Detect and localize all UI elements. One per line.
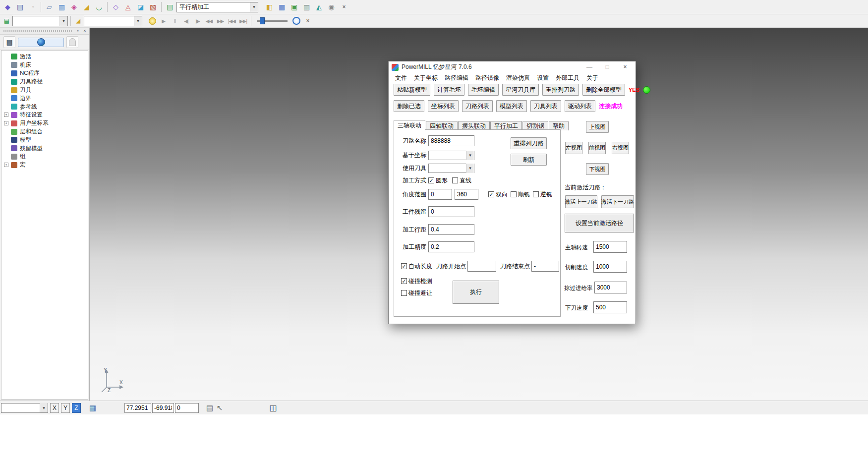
climb-option[interactable]: 顺铣: [511, 190, 530, 199]
tree-item-levels-sets[interactable]: 层和组合: [4, 127, 88, 136]
coord-y-input[interactable]: [152, 403, 174, 413]
expand-plus-icon[interactable]: +: [4, 163, 8, 167]
stock-edit-button[interactable]: 毛坯编辑: [468, 84, 499, 96]
chevron-down-icon[interactable]: ▾: [466, 151, 474, 160]
menu-item-render-sim[interactable]: 渲染仿真: [503, 74, 533, 82]
collision-avoid-option[interactable]: 碰撞避让: [401, 289, 432, 297]
y-axis-button[interactable]: Y: [61, 403, 70, 413]
collision-avoid-checkbox[interactable]: [401, 290, 407, 296]
angle-start-input[interactable]: [428, 189, 452, 200]
menu-item-coords[interactable]: 关于坐标: [410, 74, 441, 82]
x-axis-button[interactable]: X: [50, 403, 59, 413]
coord-list-button[interactable]: 坐标列表: [428, 100, 459, 112]
tree-item-toolpaths[interactable]: 刀具路径: [4, 77, 88, 86]
tool-icon[interactable]: ◢: [73, 16, 83, 26]
reorder-button[interactable]: 重排列刀路: [511, 137, 547, 149]
pause-icon[interactable]: ‖: [170, 16, 180, 26]
angle-end-input[interactable]: [455, 189, 478, 200]
auto-length-option[interactable]: 自动长度: [401, 262, 432, 271]
levels-icon[interactable]: ▤: [2, 16, 11, 26]
boundary-icon[interactable]: ◡: [93, 1, 105, 12]
rewind-icon[interactable]: ◀◀: [204, 16, 214, 26]
drive-list-button[interactable]: 驱动列表: [565, 100, 595, 112]
view-top-button[interactable]: 上视图: [586, 121, 609, 133]
workplane-icon[interactable]: ◪: [135, 1, 146, 12]
go-start-icon[interactable]: |◀◀: [227, 16, 237, 26]
start-point-input[interactable]: [467, 261, 496, 272]
panes-icon[interactable]: ◫: [268, 403, 278, 413]
end-point-input[interactable]: [531, 261, 559, 272]
chevron-down-icon[interactable]: ▾: [40, 403, 48, 412]
simulation-speed-slider[interactable]: [257, 16, 288, 25]
tree-item-tools[interactable]: 刀具: [4, 86, 88, 94]
menu-item-external-tools[interactable]: 外部工具: [552, 74, 583, 82]
step-forward-icon[interactable]: |▶: [192, 16, 203, 26]
tool-list-button[interactable]: 刀具列表: [530, 100, 561, 112]
stock-allowance-input[interactable]: [428, 206, 474, 217]
menu-item-file[interactable]: 文件: [392, 74, 410, 82]
stepover-input[interactable]: [428, 224, 474, 235]
tree-item-active[interactable]: 激活: [4, 53, 88, 61]
chevron-down-icon[interactable]: ▾: [466, 164, 474, 173]
tree-item-stock-models[interactable]: 残留模型: [4, 144, 88, 153]
tolerance-input[interactable]: [428, 241, 474, 252]
panel-float-icon[interactable]: ▫: [75, 28, 81, 34]
powermill-logo-icon[interactable]: ◆: [2, 1, 13, 12]
circle-option[interactable]: 圆形: [428, 176, 448, 185]
execute-button[interactable]: 执行: [453, 281, 499, 304]
go-end-icon[interactable]: ▶▶|: [238, 16, 248, 26]
bidirectional-option[interactable]: 双向: [488, 190, 508, 199]
simulation-icon[interactable]: ▣: [289, 1, 300, 12]
tool-database-icon[interactable]: ◧: [264, 1, 275, 12]
tool-select[interactable]: ▾: [428, 164, 474, 173]
step-back-icon[interactable]: ◀|: [181, 16, 191, 26]
lightbulb-icon[interactable]: [148, 16, 157, 26]
globe-icon[interactable]: [18, 38, 64, 47]
chevron-down-icon[interactable]: ▾: [59, 16, 67, 26]
clock-icon[interactable]: [291, 16, 301, 26]
toolpath-dropdown[interactable]: ▾: [12, 16, 68, 26]
collision-check-option[interactable]: 碰撞检测: [401, 277, 432, 286]
measure-icon[interactable]: ◭: [313, 1, 325, 12]
plunge-feed-input[interactable]: [593, 301, 627, 313]
expand-plus-icon[interactable]: +: [4, 121, 8, 125]
levels-icon[interactable]: ▤: [164, 1, 175, 12]
menu-item-settings[interactable]: 设置: [533, 74, 552, 82]
tree-item-feature-sets[interactable]: +特征设置: [4, 111, 88, 119]
chevron-down-icon[interactable]: ▾: [250, 2, 258, 12]
tool-dropdown[interactable]: ▾: [84, 16, 142, 26]
refresh-button[interactable]: 刷新: [511, 154, 547, 166]
toolbar-close-icon[interactable]: ×: [340, 3, 348, 11]
fast-forward-icon[interactable]: ▶▶: [215, 16, 226, 26]
view-front-button[interactable]: 前视图: [588, 142, 606, 154]
collision-check-checkbox[interactable]: [401, 278, 407, 284]
toolpath-list-button[interactable]: 刀路列表: [462, 100, 493, 112]
statistics-icon[interactable]: ▦: [276, 1, 288, 12]
tree-item-workplanes[interactable]: +用户坐标系: [4, 119, 88, 127]
panel-drag-grip[interactable]: [3, 30, 72, 32]
z-axis-button[interactable]: Z: [72, 403, 81, 413]
auto-length-checkbox[interactable]: [401, 263, 407, 269]
model-list-button[interactable]: 模型列表: [496, 100, 527, 112]
maximize-icon[interactable]: □: [600, 62, 615, 72]
toolpath-icon[interactable]: ◈: [68, 1, 80, 12]
panel-close-icon[interactable]: ×: [82, 28, 88, 34]
dialog-title-bar[interactable]: PowerMILL 忆梦星河 7.0.6 — □ ×: [389, 61, 636, 73]
set-active-path-button[interactable]: 设置当前激活路径: [565, 214, 634, 232]
coord-x-input[interactable]: [124, 403, 151, 413]
tool-icon[interactable]: ◢: [81, 1, 92, 12]
tree-item-groups[interactable]: 组: [4, 153, 88, 161]
cursor-icon[interactable]: ↖: [215, 403, 225, 413]
prev-toolpath-button[interactable]: 激活上一刀路: [565, 195, 597, 208]
chevron-down-icon[interactable]: ▾: [134, 16, 142, 26]
climb-checkbox[interactable]: [511, 191, 517, 197]
circle-checkbox[interactable]: [428, 177, 434, 183]
next-toolpath-button[interactable]: 激活下一刀路: [601, 195, 634, 208]
minimize-icon[interactable]: —: [582, 62, 597, 72]
nc-program-icon[interactable]: ▥: [56, 1, 67, 12]
paste-new-model-button[interactable]: 粘贴新模型: [394, 84, 430, 96]
tree-item-patterns[interactable]: 参考线: [4, 103, 88, 111]
ghost-view-icon[interactable]: [66, 36, 78, 48]
slider-handle[interactable]: [260, 17, 265, 24]
save-project-icon[interactable]: ▤: [14, 1, 26, 12]
